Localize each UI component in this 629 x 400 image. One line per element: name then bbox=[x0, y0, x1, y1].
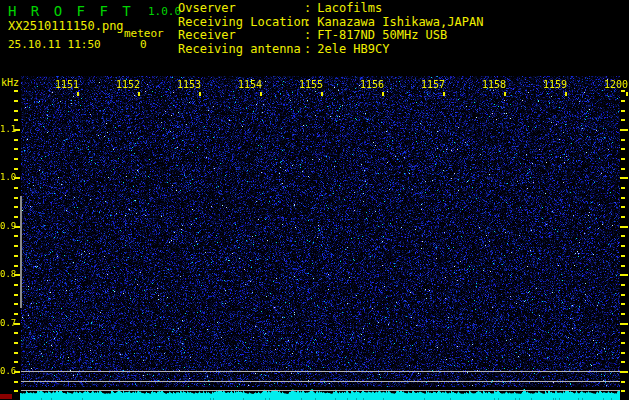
x-axis-label: 1151 bbox=[51, 79, 79, 90]
y-axis-tick-minor bbox=[14, 206, 18, 208]
station-value: Kanazawa Ishikawa,JAPAN bbox=[317, 16, 483, 30]
station-row-antenna: Receiving antenna:2ele HB9CY bbox=[178, 43, 483, 57]
x-axis-label: 1154 bbox=[234, 79, 262, 90]
y-axis-tick-minor bbox=[14, 158, 18, 160]
y-axis-tick-minor-right bbox=[621, 255, 625, 257]
y-axis-label: 0.7 bbox=[0, 318, 15, 328]
station-label: Receiving antenna bbox=[178, 43, 304, 57]
y-axis-tick-major-right bbox=[620, 274, 628, 276]
x-axis-tick bbox=[199, 92, 201, 96]
station-row-observer: Ovserver:Lacofilms bbox=[178, 2, 483, 16]
y-axis-tick-minor-right bbox=[621, 284, 625, 286]
y-axis-tick-minor-right bbox=[621, 245, 625, 247]
y-axis-unit-label: kHz bbox=[1, 77, 19, 88]
y-axis-tick-minor-right bbox=[621, 342, 625, 344]
y-axis-tick-minor-right bbox=[621, 148, 625, 150]
y-axis-tick-major-right bbox=[620, 177, 628, 179]
y-axis-tick-minor-right bbox=[621, 90, 625, 92]
y-axis-tick-minor bbox=[14, 235, 18, 237]
red-marker bbox=[0, 394, 12, 399]
y-axis-tick-minor-right bbox=[621, 352, 625, 354]
y-axis-tick-major bbox=[14, 177, 20, 179]
y-axis-tick-minor-right bbox=[621, 265, 625, 267]
y-axis-tick-minor bbox=[14, 139, 18, 141]
level-scale-bar bbox=[20, 196, 22, 308]
y-axis-tick-minor bbox=[14, 255, 18, 257]
x-axis-label: 1155 bbox=[295, 79, 323, 90]
y-axis-tick-minor bbox=[14, 245, 18, 247]
station-info: Ovserver:Lacofilms Receiving Location:Ka… bbox=[178, 2, 483, 56]
station-row-receiver: Receiver:FT-817ND 50MHz USB bbox=[178, 29, 483, 43]
echo-count: 0 bbox=[140, 38, 147, 51]
y-axis-tick-minor bbox=[14, 265, 18, 267]
signal-level-strip bbox=[20, 387, 620, 400]
y-axis-tick-major bbox=[14, 323, 20, 325]
y-axis-tick-minor bbox=[14, 284, 18, 286]
y-axis-tick-minor bbox=[14, 390, 18, 392]
y-axis-tick-minor-right bbox=[621, 216, 625, 218]
y-axis-tick-minor bbox=[14, 332, 18, 334]
y-axis-tick-minor-right bbox=[621, 294, 625, 296]
x-axis-label: 1156 bbox=[356, 79, 384, 90]
y-axis-tick-major-right bbox=[620, 226, 628, 228]
x-axis-label: 1200 bbox=[600, 79, 628, 90]
y-axis-tick-minor-right bbox=[621, 100, 625, 102]
x-axis-label: 1158 bbox=[478, 79, 506, 90]
y-axis-tick-minor bbox=[14, 381, 18, 383]
reference-line bbox=[21, 381, 620, 382]
y-axis-tick-major bbox=[14, 226, 20, 228]
station-value: 2ele HB9CY bbox=[317, 43, 389, 57]
x-axis-tick bbox=[565, 92, 567, 96]
x-axis-tick bbox=[504, 92, 506, 96]
hrofft-window: H R O F F T 1.0.0 XX2510111150.png meteo… bbox=[0, 0, 629, 400]
station-row-location: Receiving Location:Kanazawa Ishikawa,JAP… bbox=[178, 16, 483, 30]
y-axis-tick-minor-right bbox=[621, 119, 625, 121]
x-axis-tick bbox=[138, 92, 140, 96]
x-axis-label: 1157 bbox=[417, 79, 445, 90]
station-value: Lacofilms bbox=[317, 2, 382, 16]
y-axis-tick-minor bbox=[14, 197, 18, 199]
station-label: Receiving Location bbox=[178, 16, 304, 30]
x-axis-tick bbox=[260, 92, 262, 96]
y-axis-tick-minor-right bbox=[621, 381, 625, 383]
spectrogram-canvas bbox=[21, 76, 620, 393]
y-axis-tick-minor-right bbox=[621, 139, 625, 141]
separator: : bbox=[304, 43, 311, 57]
y-axis-tick-minor-right bbox=[621, 303, 625, 305]
y-axis-tick-minor-right bbox=[621, 313, 625, 315]
x-axis-tick bbox=[382, 92, 384, 96]
x-axis-tick bbox=[77, 92, 79, 96]
y-axis-tick-minor-right bbox=[621, 332, 625, 334]
y-axis-tick-minor-right bbox=[621, 235, 625, 237]
y-axis-tick-minor bbox=[14, 100, 18, 102]
y-axis-tick-minor-right bbox=[621, 158, 625, 160]
x-axis-tick bbox=[443, 92, 445, 96]
y-axis-tick-minor-right bbox=[621, 390, 625, 392]
y-axis-tick-minor bbox=[14, 303, 18, 305]
app-title: H R O F F T bbox=[8, 3, 134, 19]
datetime-label: 25.10.11 11:50 bbox=[8, 38, 101, 51]
y-axis-tick-minor bbox=[14, 342, 18, 344]
separator: : bbox=[304, 29, 311, 43]
y-axis-tick-minor bbox=[14, 216, 18, 218]
y-axis-tick-minor-right bbox=[621, 110, 625, 112]
y-axis-tick-minor bbox=[14, 187, 18, 189]
x-axis-label: 1153 bbox=[173, 79, 201, 90]
y-axis-tick-minor-right bbox=[621, 168, 625, 170]
y-axis-tick-minor bbox=[14, 168, 18, 170]
y-axis-tick-major-right bbox=[620, 371, 628, 373]
x-axis-tick bbox=[626, 92, 628, 96]
y-axis-tick-minor bbox=[14, 313, 18, 315]
y-axis-tick-major-right bbox=[620, 323, 628, 325]
reference-line bbox=[21, 371, 620, 372]
y-axis-tick-minor-right bbox=[621, 361, 625, 363]
y-axis-tick-minor bbox=[14, 148, 18, 150]
y-axis-label: 0.6 bbox=[0, 366, 15, 376]
y-axis-label: 1.0 bbox=[0, 172, 15, 182]
y-axis-tick-minor bbox=[14, 119, 18, 121]
y-axis-tick-minor bbox=[14, 294, 18, 296]
x-axis-label: 1159 bbox=[539, 79, 567, 90]
reference-line bbox=[21, 390, 620, 391]
separator: : bbox=[304, 16, 311, 30]
station-value: FT-817ND 50MHz USB bbox=[317, 29, 447, 43]
